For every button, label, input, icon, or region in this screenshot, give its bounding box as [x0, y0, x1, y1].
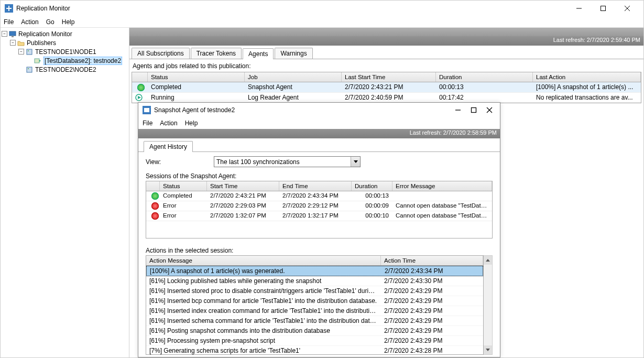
action-row[interactable]: [61%] Posting snapshot commands into the… [146, 326, 483, 336]
sessions-grid-header: Status Start Time End Time Duration Erro… [146, 181, 492, 191]
svg-rect-14 [144, 108, 149, 112]
folder-icon [17, 39, 25, 47]
col-action-time[interactable]: Action Time [381, 256, 483, 265]
close-button[interactable] [486, 107, 493, 113]
expander-icon[interactable]: − [2, 31, 7, 37]
tab-all-subscriptions[interactable]: All Subscriptions [132, 48, 190, 59]
view-combo-value: The last 100 synchronizations [214, 158, 351, 166]
col-end-time[interactable]: End Time [279, 181, 352, 191]
session-row[interactable]: Error2/7/2020 1:32:07 PM2/7/2020 1:32:17… [146, 211, 492, 221]
col-start-time[interactable]: Start Time [207, 181, 279, 191]
menu-file[interactable]: File [4, 18, 14, 26]
menu-help[interactable]: Help [62, 18, 75, 26]
titlebar: Replication Monitor [1, 1, 643, 16]
cell-action-message: [61%] Inserted stored proc to disable co… [146, 286, 381, 296]
actions-label: Actions in the selected session: [146, 247, 493, 254]
svg-rect-3 [601, 6, 606, 11]
col-last-action[interactable]: Last Action [533, 72, 641, 82]
cell-action-message: [100%] A snapshot of 1 article(s) was ge… [147, 266, 381, 276]
cell-job: Log Reader Agent [245, 93, 342, 102]
session-row[interactable]: Error2/7/2020 2:29:03 PM2/7/2020 2:29:12… [146, 201, 492, 211]
publication-description: Agents and jobs related to this publicat… [129, 59, 643, 71]
close-button[interactable] [615, 2, 639, 15]
tree-publishers[interactable]: − Publishers [2, 38, 128, 47]
cell-action-time: 2/7/2020 2:43:30 PM [381, 276, 483, 286]
cell-end: 2/7/2020 1:32:17 PM [279, 211, 352, 221]
status-icon [146, 191, 160, 201]
expander-icon[interactable]: − [18, 49, 24, 55]
menu-help[interactable]: Help [185, 120, 198, 127]
sessions-grid: Status Start Time End Time Duration Erro… [146, 181, 493, 238]
sub-window-title: Snapshot Agent of testnode2 [154, 106, 455, 114]
agents-row[interactable]: CompletedSnapshot Agent2/7/2020 2:43:21 … [132, 82, 641, 93]
cell-last-action: No replicated transactions are av... [533, 93, 641, 102]
tree-node2[interactable]: TESTNODE2\NODE2 [2, 65, 128, 74]
cell-action-message: [61%] Locking published tables while gen… [146, 276, 381, 286]
tab-tracer-tokens[interactable]: Tracer Tokens [191, 48, 242, 59]
cell-status: Error [160, 201, 207, 211]
cell-end: 2/7/2020 2:43:34 PM [279, 191, 352, 201]
cell-start: 2/7/2020 2:40:59 PM [342, 93, 436, 102]
refresh-bar: Last refresh: 2/7/2020 2:59:40 PM [129, 36, 643, 46]
minimize-button[interactable] [455, 107, 461, 113]
col-action-message[interactable]: Action Message [146, 256, 381, 265]
cell-action-message: [61%] Processing system pre-snapshot scr… [146, 336, 381, 345]
action-row[interactable]: [61%] Inserted index creation command fo… [146, 306, 483, 316]
action-row[interactable]: [61%] Inserted schema command for articl… [146, 316, 483, 326]
actions-grid-header: Action Message Action Time [146, 256, 483, 266]
action-row[interactable]: [61%] Inserted stored proc to disable co… [146, 286, 483, 296]
view-combo[interactable]: The last 100 synchronizations [214, 156, 361, 167]
maximize-button[interactable] [591, 2, 615, 15]
cell-action-time: 2/7/2020 2:43:29 PM [381, 326, 483, 335]
menu-file[interactable]: File [143, 120, 152, 127]
menu-action[interactable]: Action [160, 120, 177, 127]
tab-agents[interactable]: Agents [243, 48, 274, 59]
chevron-down-icon[interactable] [351, 157, 360, 167]
session-row[interactable]: Completed2/7/2020 2:43:21 PM2/7/2020 2:4… [146, 191, 492, 201]
menu-go[interactable]: Go [46, 18, 54, 26]
tree-root[interactable]: − Replication Monitor [2, 29, 128, 38]
tab-warnings[interactable]: Warnings [275, 48, 312, 59]
expander-icon[interactable]: − [10, 40, 16, 46]
action-row[interactable]: [100%] A snapshot of 1 article(s) was ge… [146, 266, 483, 276]
monitor-icon [8, 30, 17, 38]
col-job[interactable]: Job [245, 72, 342, 82]
action-row[interactable]: [61%] Inserted bcp command for article '… [146, 296, 483, 306]
svg-rect-16 [472, 108, 476, 113]
action-row[interactable]: [61%] Processing system pre-snapshot scr… [146, 336, 483, 346]
col-last-start[interactable]: Last Start Time [342, 72, 436, 82]
scroll-up-icon[interactable] [484, 256, 492, 265]
cell-start: 2/7/2020 2:43:21 PM [207, 191, 279, 201]
col-status[interactable]: Status [148, 72, 245, 82]
view-row: View: The last 100 synchronizations [146, 156, 493, 167]
tab-agent-history[interactable]: Agent History [144, 141, 193, 152]
menu-action[interactable]: Action [21, 18, 38, 26]
col-duration[interactable]: Duration [352, 181, 392, 191]
server-icon [25, 66, 34, 74]
scroll-down-icon[interactable] [484, 345, 492, 354]
action-row[interactable]: [61%] Locking published tables while gen… [146, 276, 483, 286]
minimize-button[interactable] [567, 2, 591, 15]
cell-status: Error [160, 211, 207, 221]
sub-tabs: Agent History [138, 138, 500, 152]
tree-publication[interactable]: [TestDatabase2]: testnode2 [2, 56, 128, 65]
col-error-message[interactable]: Error Message [392, 181, 492, 191]
agents-row[interactable]: RunningLog Reader Agent2/7/2020 2:40:59 … [132, 93, 641, 103]
cell-action-time: 2/7/2020 2:43:29 PM [381, 316, 483, 326]
cell-action-message: [61%] Inserted index creation command fo… [146, 306, 381, 316]
scroll-track[interactable] [484, 265, 492, 345]
action-row[interactable]: [7%] Generating schema scripts for artic… [146, 346, 483, 355]
cell-duration: 00:00:09 [352, 201, 392, 211]
cell-error: Cannot open database "TestData... [392, 211, 492, 221]
maximize-button[interactable] [471, 107, 477, 113]
svg-rect-7 [12, 36, 14, 37]
scrollbar[interactable] [484, 255, 493, 355]
col-status[interactable]: Status [160, 181, 207, 191]
col-duration[interactable]: Duration [436, 72, 533, 82]
status-icon [146, 211, 160, 221]
tree-node1[interactable]: − TESTNODE1\NODE1 [2, 47, 128, 56]
tabs-row: All Subscriptions Tracer Tokens Agents W… [129, 46, 643, 59]
svg-rect-10 [35, 59, 39, 63]
cell-status: Running [148, 93, 245, 102]
cell-start: 2/7/2020 2:43:21 PM [342, 82, 436, 92]
